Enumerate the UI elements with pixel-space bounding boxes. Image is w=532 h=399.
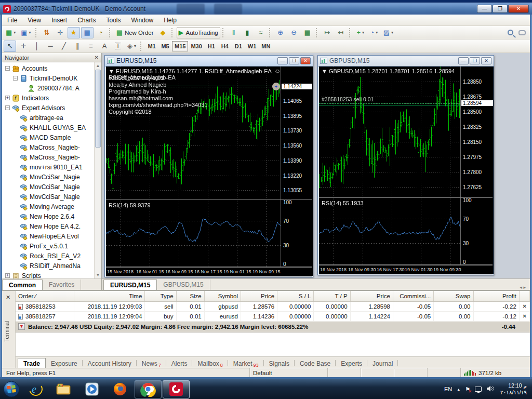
chart-window-titlebar[interactable]: GBPUSD,M15—❐✕ bbox=[318, 56, 494, 66]
tree-item-movccisar-nagie[interactable]: MovCciSar_Nagie bbox=[2, 172, 101, 182]
column-header-s-l[interactable]: S / L bbox=[277, 291, 314, 301]
expand-icon[interactable]: + bbox=[5, 96, 10, 100]
chart-tab-gbpusd-m15[interactable]: GBPUSD,M15 bbox=[157, 280, 210, 290]
tree-item-new-hope-2-6-4[interactable]: New Hope 2.6.4 bbox=[2, 211, 101, 221]
timeframe-m30[interactable]: M30 bbox=[188, 41, 204, 51]
crosshair-tool-button[interactable]: ✛ bbox=[17, 41, 30, 52]
column-header-order-[interactable]: Order ∕ bbox=[16, 291, 74, 301]
taskbar-ie-icon[interactable]: e bbox=[22, 380, 49, 398]
terminal-tab-account-history[interactable]: Account History bbox=[83, 358, 137, 369]
close-order-icon[interactable]: ✕ bbox=[519, 301, 529, 311]
tree-item-macross-nagieb-[interactable]: MaCross_Nagieb- bbox=[2, 152, 101, 162]
chart-restore-button[interactable]: ❐ bbox=[289, 57, 299, 64]
close-button[interactable]: ✕ bbox=[508, 5, 529, 13]
order-marker-icon[interactable]: ✦ bbox=[272, 83, 280, 90]
chart-close-button[interactable]: ✕ bbox=[481, 57, 491, 64]
tree-item-movccisar-nagie[interactable]: MovCciSar_Nagie bbox=[2, 192, 101, 202]
data-window-button[interactable]: ✛ bbox=[54, 27, 66, 38]
taskbar-wmp-icon[interactable] bbox=[78, 380, 105, 398]
scroll-up-icon[interactable]: ▲ bbox=[95, 62, 101, 69]
chart-body[interactable]: ▼ GBPUSD,M15 1.28701 1.28701 1.28516 1.2… bbox=[319, 66, 493, 274]
chart-window-eurusd-m15[interactable]: EURUSD,M15—❐✕▼ EURUSD,M15 1.14276 1.1427… bbox=[104, 55, 313, 277]
tree-item-rsidiff-ahmedna[interactable]: RSIDiff_AhmedNa bbox=[2, 261, 101, 271]
templates-button[interactable]: ▨▾ bbox=[381, 27, 395, 38]
menu-tools[interactable]: Tools bbox=[101, 16, 126, 25]
language-indicator[interactable]: EN bbox=[444, 386, 452, 392]
timeframe-d1[interactable]: D1 bbox=[232, 41, 245, 51]
arrows-tool-button[interactable]: ◈▾ bbox=[125, 41, 138, 52]
tree-item-indicators[interactable]: +fIndicators bbox=[2, 93, 101, 103]
close-order-icon[interactable]: ✕ bbox=[519, 311, 529, 321]
auto-scroll-button[interactable]: ↦ bbox=[321, 27, 334, 38]
tree-item-mov-rsi-9010-ea1[interactable]: mov+rsi 9010_EA1 bbox=[2, 162, 101, 172]
tree-item-macross-nagieb-[interactable]: MaCross_Nagieb- bbox=[2, 142, 101, 152]
dropdown-arrow-icon[interactable]: ▾ bbox=[29, 30, 31, 35]
column-header-price[interactable]: Price bbox=[241, 291, 277, 301]
terminal-tab-news[interactable]: News7 bbox=[137, 358, 166, 369]
terminal-close-icon[interactable]: ✕ bbox=[6, 294, 10, 301]
column-header-swap[interactable]: Swap bbox=[434, 291, 473, 301]
tree-item-scripts[interactable]: +Scripts bbox=[2, 271, 101, 278]
menu-window[interactable]: Window bbox=[126, 16, 159, 25]
taskbar-firefox-icon[interactable] bbox=[107, 380, 134, 398]
volume-icon[interactable] bbox=[486, 385, 494, 393]
chart-window-titlebar[interactable]: EURUSD,M15—❐✕ bbox=[105, 56, 313, 66]
order-row[interactable]: 3858182572018.11.19 12:09:04buy0.01eurus… bbox=[16, 311, 530, 321]
menu-help[interactable]: Help bbox=[158, 16, 182, 25]
text-tool-button[interactable]: A bbox=[98, 41, 111, 52]
zoom-out-button[interactable]: ⊖ bbox=[288, 27, 300, 38]
minimize-button[interactable]: — bbox=[477, 5, 492, 13]
tree-item-2090037784-a[interactable]: 2090037784: A bbox=[2, 83, 101, 93]
chart-window-gbpusd-m15[interactable]: GBPUSD,M15—❐✕▼ GBPUSD,M15 1.28701 1.2870… bbox=[317, 55, 494, 275]
column-header-symbol[interactable]: Symbol bbox=[204, 291, 241, 301]
rsi-canvas[interactable] bbox=[319, 198, 460, 264]
chart-body[interactable]: ▼ EURUSD,M15 1.14276 1.14277 1.14217 1.1… bbox=[106, 66, 312, 276]
cursor-tool-button[interactable]: ↖ bbox=[4, 41, 16, 52]
network-icon[interactable] bbox=[475, 387, 482, 392]
tree-item-macd-sample[interactable]: MACD Sample bbox=[2, 132, 101, 142]
dropdown-arrow-icon[interactable]: ▾ bbox=[134, 44, 136, 48]
rsi-canvas[interactable] bbox=[106, 201, 281, 267]
navigator-scrollbar[interactable]: ▲ ▼ bbox=[94, 62, 101, 278]
new-chart-button[interactable]: ▦▾ bbox=[4, 27, 18, 38]
terminal-toggle-button[interactable]: ▤ bbox=[81, 27, 94, 38]
tree-item-rock-rsi-ea-v2[interactable]: Rock_RSI_EA_V2 bbox=[2, 251, 101, 261]
chart-minimize-button[interactable]: — bbox=[458, 57, 469, 64]
timeframe-m5[interactable]: M5 bbox=[158, 41, 172, 51]
horizontal-line-tool-button[interactable]: ─ bbox=[44, 41, 57, 52]
status-profile[interactable]: Default bbox=[249, 368, 327, 377]
action-center-icon[interactable]: ⚑✕ bbox=[465, 386, 470, 393]
metaeditor-button[interactable]: ◆ bbox=[157, 27, 169, 38]
tree-item-expert-advisors[interactable]: −Expert Advisors bbox=[2, 103, 101, 113]
menu-file[interactable]: File bbox=[2, 16, 22, 25]
market-watch-button[interactable]: ⇅ bbox=[41, 27, 53, 38]
tree-item-movccisar-nagie[interactable]: MovCciSar_Nagie bbox=[2, 182, 101, 192]
start-button[interactable] bbox=[1, 380, 22, 399]
zoom-in-button[interactable]: ⊕ bbox=[274, 27, 287, 38]
menu-charts[interactable]: Charts bbox=[72, 16, 101, 25]
dropdown-arrow-icon[interactable]: ▾ bbox=[391, 30, 393, 35]
chart-restore-button[interactable]: ❐ bbox=[470, 57, 480, 64]
column-header-close[interactable] bbox=[519, 291, 529, 301]
open-profiles-button[interactable]: ▣▾ bbox=[19, 27, 33, 38]
dropdown-arrow-icon[interactable]: ▾ bbox=[376, 30, 378, 35]
timeframe-m15[interactable]: M15 bbox=[172, 41, 188, 51]
timeframe-w1[interactable]: W1 bbox=[245, 41, 259, 51]
periods-list-button[interactable]: ◔▾ bbox=[368, 27, 380, 38]
timeframe-h4[interactable]: H4 bbox=[218, 41, 232, 51]
terminal-tab-mailbox[interactable]: Mailbox8 bbox=[192, 358, 228, 369]
restore-button[interactable]: ❐ bbox=[493, 5, 508, 13]
new-order-button[interactable]: ▤New Order bbox=[114, 27, 156, 38]
column-header-type[interactable]: Type bbox=[145, 291, 176, 301]
navigator-tab-favorites[interactable]: Favorites bbox=[43, 280, 81, 290]
expand-icon[interactable]: + bbox=[5, 273, 10, 278]
terminal-tab-journal[interactable]: Journal bbox=[367, 358, 398, 369]
price-chart-canvas[interactable] bbox=[319, 66, 460, 197]
scroll-down-icon[interactable]: ▼ bbox=[95, 272, 101, 278]
terminal-tab-signals[interactable]: Signals bbox=[264, 358, 295, 369]
menu-view[interactable]: View bbox=[22, 16, 46, 25]
column-header-size[interactable]: Size bbox=[176, 291, 204, 301]
navigator-close-icon[interactable]: ✕ bbox=[95, 55, 99, 60]
scroll-thumb[interactable] bbox=[95, 70, 101, 148]
column-header-profit[interactable]: Profit bbox=[473, 291, 519, 301]
